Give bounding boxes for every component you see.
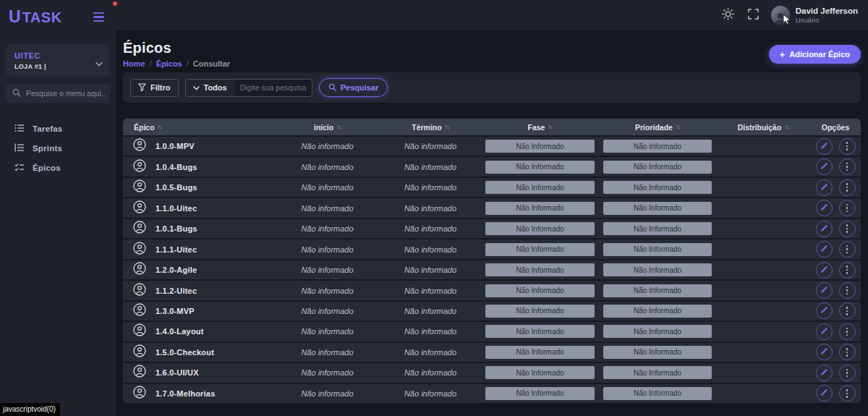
- more-options-button[interactable]: [839, 365, 856, 381]
- column-header-distribuicao[interactable]: Distribuição↑↓: [716, 123, 810, 132]
- epic-inicio: Não informado: [275, 307, 380, 315]
- sidebar-item-tarefas[interactable]: Tarefas: [0, 119, 116, 138]
- more-options-button[interactable]: [839, 158, 856, 175]
- prioridade-badge[interactable]: Não Informado: [603, 222, 712, 235]
- more-options-button[interactable]: [839, 241, 856, 258]
- prioridade-badge[interactable]: Não Informado: [603, 387, 712, 400]
- more-options-button[interactable]: [839, 200, 856, 216]
- more-options-button[interactable]: [839, 138, 856, 155]
- edit-button[interactable]: [816, 138, 833, 155]
- fase-badge[interactable]: Não Informado: [485, 202, 595, 215]
- pencil-icon: [820, 203, 828, 213]
- prioridade-badge[interactable]: Não Informado: [603, 346, 712, 359]
- fase-badge[interactable]: Não Informado: [485, 305, 595, 318]
- epic-termino: Não informado: [380, 204, 481, 213]
- hamburger-menu-icon[interactable]: [92, 9, 106, 25]
- person-circle-icon: [133, 138, 146, 154]
- search-icon: [12, 87, 21, 100]
- prioridade-badge[interactable]: Não Informado: [603, 140, 712, 153]
- edit-button[interactable]: [816, 365, 833, 381]
- breadcrumb-separator: /: [187, 59, 189, 68]
- fase-badge[interactable]: Não Informado: [485, 346, 595, 359]
- user-name: David Jefferson: [796, 7, 858, 16]
- column-header-epico[interactable]: Épico↑↓: [123, 123, 275, 132]
- pencil-icon: [820, 141, 828, 152]
- fase-badge[interactable]: Não Informado: [485, 140, 595, 153]
- edit-button[interactable]: [816, 262, 833, 279]
- prioridade-badge[interactable]: Não Informado: [603, 243, 712, 256]
- edit-button[interactable]: [816, 323, 833, 340]
- more-options-button[interactable]: [839, 323, 856, 340]
- fullscreen-button[interactable]: [746, 7, 760, 23]
- sidebar-item-epicos[interactable]: Épicos: [0, 158, 116, 177]
- menu-search-input[interactable]: [26, 89, 106, 98]
- logo-wordmark: TASK: [22, 9, 62, 26]
- fase-badge[interactable]: Não Informado: [485, 222, 595, 235]
- column-header-termino[interactable]: Término↑↓: [380, 123, 481, 132]
- column-header-prioridade[interactable]: Prioridade↑↓: [599, 123, 716, 132]
- fase-badge[interactable]: Não Informado: [485, 284, 595, 297]
- epic-termino: Não informado: [380, 348, 481, 357]
- more-options-button[interactable]: [839, 221, 856, 237]
- fase-badge[interactable]: Não Informado: [485, 243, 595, 256]
- prioridade-badge[interactable]: Não Informado: [603, 366, 712, 379]
- sidebar-menu: Tarefas Sprints Épicos: [0, 119, 116, 177]
- edit-button[interactable]: [816, 302, 833, 319]
- edit-button[interactable]: [816, 221, 833, 237]
- search-button-label: Pesquisar: [341, 83, 379, 92]
- edit-button[interactable]: [816, 385, 833, 402]
- epic-inicio: Não informado: [275, 142, 380, 150]
- epic-inicio: Não informado: [275, 368, 380, 377]
- breadcrumb-epicos[interactable]: Épicos: [156, 59, 182, 68]
- person-circle-icon: [133, 159, 146, 175]
- sprint-list-icon: [14, 142, 25, 155]
- table-row: 1.0.4-Bugs Não informado Não informado N…: [123, 157, 861, 176]
- table-row: 1.0.5-Bugs Não informado Não informado N…: [123, 178, 861, 197]
- person-circle-icon: [133, 179, 146, 195]
- epic-termino: Não informado: [380, 368, 481, 377]
- fase-badge[interactable]: Não Informado: [485, 263, 595, 276]
- logo-letter-u: U: [9, 7, 20, 27]
- prioridade-badge[interactable]: Não Informado: [603, 161, 712, 174]
- fase-badge[interactable]: Não Informado: [485, 181, 595, 194]
- kebab-menu-icon: [846, 204, 848, 213]
- filter-button[interactable]: Filtro: [130, 79, 179, 97]
- search-button[interactable]: Pesquisar: [319, 78, 388, 97]
- more-options-button[interactable]: [839, 179, 856, 196]
- page-title: Épicos: [123, 40, 230, 56]
- prioridade-badge[interactable]: Não Informado: [603, 181, 712, 194]
- edit-button[interactable]: [816, 282, 833, 299]
- more-options-button[interactable]: [839, 262, 856, 279]
- add-epic-button[interactable]: + Adicionar Épico: [769, 45, 861, 64]
- fase-badge[interactable]: Não Informado: [485, 366, 595, 379]
- app-logo[interactable]: U TASK: [9, 7, 62, 27]
- prioridade-badge[interactable]: Não Informado: [603, 284, 712, 297]
- more-options-button[interactable]: [839, 385, 856, 402]
- workspace-selector[interactable]: UITEC LOJA #1 |: [6, 44, 110, 77]
- epic-name: 1.2.0-Agile: [156, 266, 197, 274]
- edit-button[interactable]: [816, 200, 833, 216]
- sidebar-search[interactable]: [6, 84, 110, 103]
- table-search-input[interactable]: [234, 80, 312, 96]
- column-header-fase[interactable]: Fase↑↓: [481, 123, 599, 132]
- prioridade-badge[interactable]: Não Informado: [603, 202, 712, 215]
- user-menu[interactable]: David Jefferson Usuário: [771, 6, 858, 25]
- prioridade-badge[interactable]: Não Informado: [603, 305, 712, 318]
- edit-button[interactable]: [816, 158, 833, 175]
- prioridade-badge[interactable]: Não Informado: [603, 263, 712, 276]
- more-options-button[interactable]: [839, 282, 856, 299]
- edit-button[interactable]: [816, 241, 833, 258]
- fase-badge[interactable]: Não Informado: [485, 325, 595, 338]
- more-options-button[interactable]: [839, 302, 856, 319]
- scope-dropdown[interactable]: Todos: [186, 80, 234, 96]
- edit-button[interactable]: [816, 179, 833, 196]
- theme-toggle-button[interactable]: [720, 7, 736, 24]
- prioridade-badge[interactable]: Não Informado: [603, 325, 712, 338]
- edit-button[interactable]: [816, 344, 833, 360]
- column-header-inicio[interactable]: início↑↓: [275, 123, 380, 132]
- sidebar-item-sprints[interactable]: Sprints: [0, 138, 116, 158]
- fase-badge[interactable]: Não Informado: [485, 161, 595, 174]
- more-options-button[interactable]: [839, 344, 856, 360]
- breadcrumb-home[interactable]: Home: [123, 59, 145, 68]
- fase-badge[interactable]: Não Informado: [485, 387, 595, 400]
